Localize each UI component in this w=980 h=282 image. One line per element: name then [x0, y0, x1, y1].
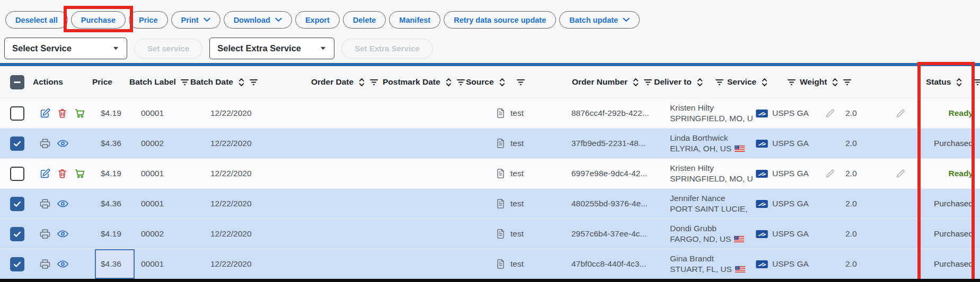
- sort-icon[interactable]: [761, 78, 768, 87]
- weight-value: 2.0: [845, 108, 857, 118]
- row-checkbox[interactable]: [10, 197, 24, 211]
- row-checkbox[interactable]: [10, 227, 24, 241]
- edit-weight-icon[interactable]: [895, 108, 906, 119]
- button-label: Deselect all: [15, 16, 58, 24]
- cart-icon[interactable]: [74, 107, 86, 119]
- sort-icon[interactable]: [696, 78, 703, 87]
- cell-source: test: [463, 129, 569, 158]
- sort-icon[interactable]: [956, 78, 963, 87]
- edit-icon[interactable]: [39, 168, 51, 179]
- sort-icon[interactable]: [832, 78, 838, 87]
- batch-label-value: 00001: [141, 108, 164, 118]
- sort-icon[interactable]: [499, 78, 506, 87]
- select-all-checkbox[interactable]: [10, 75, 24, 89]
- weight-value: 2.0: [845, 139, 857, 148]
- row-checkbox[interactable]: [10, 137, 24, 151]
- toolbar-button-download[interactable]: Download: [224, 11, 292, 29]
- trash-icon[interactable]: [57, 107, 68, 119]
- header-cell-order_date: Order Date: [308, 66, 379, 98]
- sort-icon[interactable]: [238, 78, 245, 87]
- filter-icon[interactable]: [250, 79, 258, 86]
- order-number-value: 37fb9ed5-2231-48...: [571, 139, 646, 148]
- print-icon[interactable]: [39, 228, 51, 240]
- batch-date-value: 12/22/2020: [210, 229, 252, 239]
- chevron-down-icon: [275, 17, 282, 22]
- sort-icon[interactable]: [632, 78, 639, 87]
- row-checkbox[interactable]: [10, 106, 24, 121]
- source-value: test: [510, 139, 524, 148]
- order-number-value: 6997e98e-9dc4-42...: [571, 169, 647, 178]
- row-checkbox[interactable]: [10, 167, 24, 181]
- set-extra-service-button[interactable]: Set Extra Service: [341, 39, 433, 59]
- set-service-button[interactable]: Set service: [134, 39, 202, 59]
- trash-icon[interactable]: [57, 168, 68, 179]
- toolbar-button-retry-data-source-update[interactable]: Retry data source update: [444, 11, 556, 29]
- column-header-label: Source: [466, 77, 494, 87]
- cell-postmark_date: [379, 189, 463, 219]
- cell-status: Purchased: [924, 249, 980, 279]
- cell-order_number: 47bf0cc8-440f-4c3...: [569, 249, 651, 279]
- status-badge: Ready: [948, 169, 973, 178]
- button-label: Batch update: [569, 16, 618, 24]
- row-checkbox[interactable]: [10, 257, 24, 271]
- cell-select: [4, 189, 30, 219]
- print-icon[interactable]: [39, 138, 51, 149]
- cell-status: Purchased: [924, 219, 980, 249]
- cart-icon[interactable]: [74, 168, 86, 179]
- cell-batch_date: 12/22/2020: [187, 98, 308, 128]
- eye-icon[interactable]: [57, 229, 69, 239]
- eye-icon[interactable]: [57, 138, 69, 149]
- eye-icon[interactable]: [57, 198, 69, 209]
- usps-logo-icon: [756, 140, 768, 148]
- cell-actions: [30, 159, 89, 188]
- cell-postmark_date: [379, 129, 463, 158]
- toolbar-button-purchase[interactable]: Purchase: [71, 11, 126, 29]
- source-value: test: [510, 108, 524, 118]
- toolbar-button-price[interactable]: Price: [129, 11, 167, 29]
- toolbar-button-manifest[interactable]: Manifest: [389, 11, 440, 29]
- select-service-dropdown[interactable]: Select Service: [4, 38, 127, 59]
- toolbar-button-batch-update[interactable]: Batch update: [559, 11, 640, 29]
- filter-icon[interactable]: [788, 79, 796, 86]
- button-label: Purchase: [81, 16, 116, 24]
- table-header: ActionsPriceBatch LabelBatch DateOrder D…: [0, 66, 980, 98]
- edit-weight-icon[interactable]: [895, 168, 906, 179]
- eye-icon[interactable]: [57, 259, 69, 269]
- sort-icon[interactable]: [445, 78, 452, 87]
- sort-icon[interactable]: [358, 78, 365, 87]
- file-icon: [496, 107, 506, 119]
- edit-icon[interactable]: [39, 107, 51, 119]
- header-cell-price: Price: [89, 66, 126, 98]
- toolbar-button-delete[interactable]: Delete: [343, 11, 386, 29]
- toolbar-button-export[interactable]: Export: [295, 11, 340, 29]
- filter-icon[interactable]: [843, 79, 851, 86]
- filter-icon[interactable]: [716, 79, 723, 86]
- batch-date-value: 12/22/2020: [210, 108, 252, 118]
- cell-service: USPS GA: [724, 189, 797, 219]
- table-body: $4.190000112/22/2020test8876cc4f-292b-42…: [0, 98, 980, 279]
- set-service-label: Set service: [147, 44, 189, 53]
- toolbar-button-deselect-all[interactable]: Deselect all: [5, 11, 68, 29]
- file-icon: [496, 168, 506, 179]
- cell-order_number: 480255bd-9376-4e...: [569, 189, 651, 219]
- column-header-label: Status: [926, 77, 951, 87]
- cell-batch_date: 12/22/2020: [187, 219, 308, 249]
- select-extra-service-dropdown[interactable]: Select Extra Service: [209, 38, 334, 59]
- button-label: Print: [181, 16, 199, 24]
- filter-icon[interactable]: [974, 79, 980, 86]
- print-icon[interactable]: [39, 198, 51, 210]
- filter-icon[interactable]: [370, 79, 378, 86]
- usps-logo-icon: [756, 170, 768, 178]
- cell-weight: 2.0: [797, 249, 924, 279]
- source-value: test: [510, 259, 524, 269]
- order-number-value: 8876cc4f-292b-422...: [571, 108, 649, 118]
- batch-date-value: 12/22/2020: [210, 139, 252, 148]
- cell-batch_date: 12/22/2020: [187, 129, 308, 158]
- cell-source: test: [463, 159, 569, 188]
- cell-batch_date: 12/22/2020: [187, 159, 308, 188]
- indeterminate-minus-icon: [14, 81, 21, 83]
- print-icon[interactable]: [39, 258, 51, 270]
- toolbar-button-print[interactable]: Print: [171, 11, 220, 29]
- weight-value: 2.0: [845, 229, 857, 239]
- filter-icon[interactable]: [517, 79, 525, 86]
